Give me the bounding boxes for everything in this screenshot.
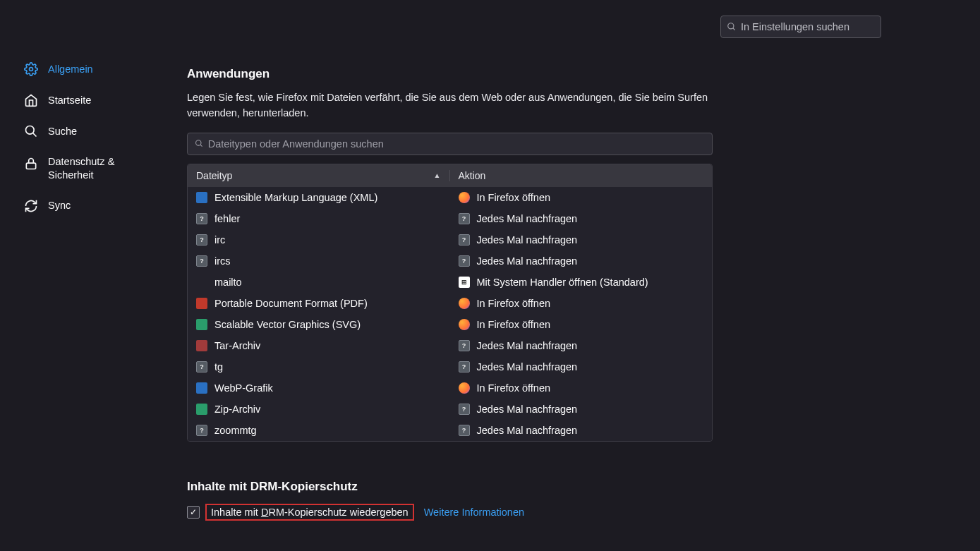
action-label: In Firefox öffnen — [477, 192, 551, 203]
cell-action[interactable]: In Firefox öffnen — [450, 298, 713, 309]
sidebar-item-label: Allgemein — [48, 63, 93, 76]
sync-icon — [24, 199, 38, 213]
action-label: Jedes Mal nachfragen — [477, 404, 578, 415]
table-row[interactable]: Scalable Vector Graphics (SVG)In Firefox… — [188, 314, 712, 335]
filetype-icon: ? — [196, 234, 207, 246]
table-row[interactable]: ?tg?Jedes Mal nachfragen — [188, 356, 712, 377]
type-label: Zip-Archiv — [214, 404, 260, 415]
column-header-action[interactable]: Aktion — [450, 170, 713, 181]
cell-type: Portable Document Format (PDF) — [188, 298, 450, 309]
action-label: Jedes Mal nachfragen — [477, 213, 578, 224]
applications-search-input[interactable] — [208, 138, 705, 150]
table-row[interactable]: Zip-Archiv?Jedes Mal nachfragen — [188, 399, 712, 420]
cell-action[interactable]: ?Jedes Mal nachfragen — [450, 404, 713, 415]
cell-action[interactable]: In Firefox öffnen — [450, 382, 713, 394]
column-header-type[interactable]: Dateityp ▲ — [188, 170, 450, 181]
search-icon — [727, 22, 737, 32]
cell-action[interactable]: ⊞Mit System Handler öffnen (Standard) — [450, 277, 713, 288]
table-row[interactable]: WebP-GrafikIn Firefox öffnen — [188, 377, 712, 399]
cell-action[interactable]: ?Jedes Mal nachfragen — [450, 425, 713, 436]
sidebar-item-privacy[interactable]: Datenschutz & Sicherheit — [14, 150, 169, 188]
filetype-icon: ? — [196, 425, 207, 436]
cell-type: Scalable Vector Graphics (SVG) — [188, 319, 450, 330]
filetype-icon: ? — [196, 213, 207, 224]
cell-action[interactable]: ?Jedes Mal nachfragen — [450, 340, 713, 351]
sidebar-item-sync[interactable]: Sync — [14, 193, 169, 219]
column-label: Aktion — [459, 170, 486, 181]
action-label: In Firefox öffnen — [477, 382, 551, 394]
action-icon — [459, 319, 470, 330]
search-icon — [24, 124, 38, 138]
table-row[interactable]: Tar-Archiv?Jedes Mal nachfragen — [188, 335, 712, 356]
action-icon: ? — [459, 404, 470, 415]
svg-rect-5 — [26, 163, 35, 169]
filetype-icon: ? — [196, 361, 207, 373]
sidebar-item-home[interactable]: Startseite — [14, 87, 169, 113]
table-header: Dateityp ▲ Aktion — [188, 164, 712, 187]
filetype-icon — [196, 404, 207, 415]
cell-action[interactable]: ?Jedes Mal nachfragen — [450, 234, 713, 246]
type-label: Scalable Vector Graphics (SVG) — [214, 319, 361, 330]
applications-heading: Anwendungen — [187, 67, 713, 81]
table-row[interactable]: ?ircs?Jedes Mal nachfragen — [188, 250, 712, 272]
action-icon — [459, 192, 470, 203]
action-icon: ? — [459, 213, 470, 224]
svg-line-7 — [200, 145, 202, 147]
gear-icon — [24, 62, 38, 76]
action-label: Jedes Mal nachfragen — [477, 340, 578, 351]
drm-more-info-link[interactable]: Weitere Informationen — [424, 507, 524, 518]
sidebar-item-search[interactable]: Suche — [14, 119, 169, 144]
cell-action[interactable]: In Firefox öffnen — [450, 319, 713, 330]
filetype-icon: ? — [196, 255, 207, 267]
settings-search-box[interactable] — [720, 16, 881, 38]
action-icon: ? — [459, 255, 470, 267]
table-row[interactable]: ?zoommtg?Jedes Mal nachfragen — [188, 420, 712, 441]
sort-ascending-icon: ▲ — [434, 171, 441, 179]
type-label: ircs — [214, 255, 231, 267]
action-label: Mit System Handler öffnen (Standard) — [477, 277, 648, 288]
table-row[interactable]: ?fehler?Jedes Mal nachfragen — [188, 208, 712, 229]
svg-point-6 — [196, 140, 201, 145]
table-row[interactable]: ?irc?Jedes Mal nachfragen — [188, 229, 712, 250]
column-label: Dateityp — [196, 170, 232, 181]
cell-type: mailto — [188, 277, 450, 288]
settings-search-input[interactable] — [741, 21, 875, 32]
svg-line-1 — [733, 28, 735, 30]
sidebar-item-label: Sync — [48, 199, 71, 212]
action-label: Jedes Mal nachfragen — [477, 255, 578, 267]
cell-type: ?tg — [188, 361, 450, 373]
applications-search-box[interactable] — [187, 133, 713, 155]
filetype-icon — [196, 277, 207, 288]
action-icon: ⊞ — [459, 277, 470, 288]
filetype-icon — [196, 319, 207, 330]
sidebar-item-label: Suche — [48, 125, 77, 138]
cell-action[interactable]: ?Jedes Mal nachfragen — [450, 255, 713, 267]
action-label: In Firefox öffnen — [477, 298, 551, 309]
applications-description: Legen Sie fest, wie Firefox mit Dateien … — [187, 90, 713, 121]
action-label: Jedes Mal nachfragen — [477, 234, 578, 246]
filetype-icon — [196, 340, 207, 351]
cell-action[interactable]: ?Jedes Mal nachfragen — [450, 213, 713, 224]
table-row[interactable]: Extensible Markup Language (XML)In Firef… — [188, 187, 712, 208]
action-label: Jedes Mal nachfragen — [477, 361, 578, 373]
cell-type: ?irc — [188, 234, 450, 246]
drm-checkbox[interactable]: ✓ — [187, 506, 200, 519]
cell-type: ?zoommtg — [188, 425, 450, 436]
sidebar-item-general[interactable]: Allgemein — [14, 56, 169, 82]
action-icon — [459, 382, 470, 394]
drm-checkbox-label[interactable]: Inhalte mit DRM-Kopierschutz wiedergeben — [205, 504, 414, 521]
type-label: irc — [214, 234, 225, 246]
action-icon: ? — [459, 340, 470, 351]
table-row[interactable]: Portable Document Format (PDF)In Firefox… — [188, 293, 712, 314]
type-label: tg — [214, 361, 223, 373]
cell-type: Tar-Archiv — [188, 340, 450, 351]
type-label: mailto — [214, 277, 242, 288]
drm-heading: Inhalte mit DRM-Kopierschutz — [187, 480, 713, 494]
cell-action[interactable]: In Firefox öffnen — [450, 192, 713, 203]
table-row[interactable]: mailto⊞Mit System Handler öffnen (Standa… — [188, 272, 712, 293]
cell-type: ?fehler — [188, 213, 450, 224]
type-label: Portable Document Format (PDF) — [214, 298, 368, 309]
sidebar-item-label: Datenschutz & Sicherheit — [48, 155, 159, 182]
action-label: In Firefox öffnen — [477, 319, 551, 330]
cell-action[interactable]: ?Jedes Mal nachfragen — [450, 361, 713, 373]
